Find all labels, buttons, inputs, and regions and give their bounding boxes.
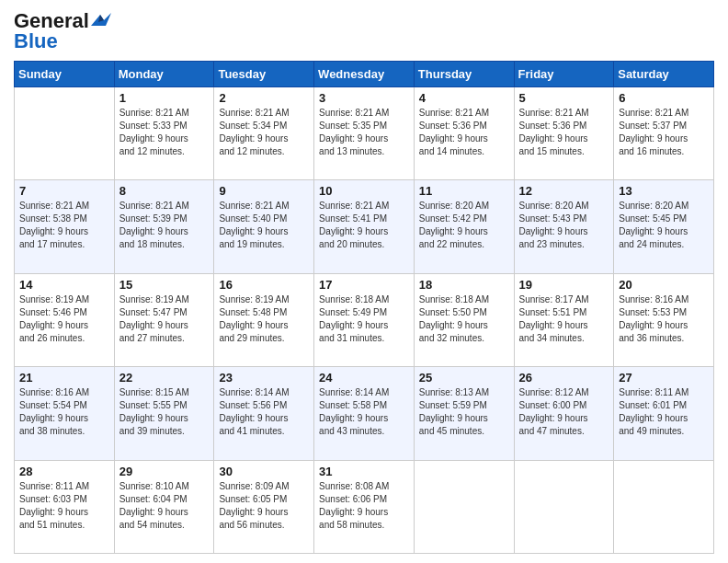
cell-info: Sunrise: 8:14 AMSunset: 5:56 PMDaylight:…	[219, 386, 309, 438]
day-number: 29	[119, 465, 210, 478]
day-number: 26	[519, 371, 609, 385]
cell-info: Sunrise: 8:20 AMSunset: 5:45 PMDaylight:…	[619, 200, 709, 251]
day-number: 25	[419, 371, 509, 385]
calendar-cell: 18Sunrise: 8:18 AMSunset: 5:50 PMDayligh…	[414, 273, 514, 366]
cell-info: Sunrise: 8:21 AMSunset: 5:36 PMDaylight:…	[419, 107, 509, 158]
cell-info: Sunrise: 8:12 AMSunset: 6:00 PMDaylight:…	[519, 386, 609, 438]
day-number: 13	[619, 184, 709, 198]
calendar-cell: 29Sunrise: 8:10 AMSunset: 6:04 PMDayligh…	[114, 460, 214, 553]
logo-blue: Blue	[14, 29, 58, 53]
calendar-table: SundayMondayTuesdayWednesdayThursdayFrid…	[14, 61, 714, 554]
weekday-header-sunday: Sunday	[15, 62, 115, 87]
cell-info: Sunrise: 8:20 AMSunset: 5:43 PMDaylight:…	[519, 200, 609, 251]
cell-info: Sunrise: 8:19 AMSunset: 5:46 PMDaylight:…	[19, 293, 109, 345]
day-number: 21	[19, 371, 109, 385]
calendar-week-row: 14Sunrise: 8:19 AMSunset: 5:46 PMDayligh…	[15, 273, 714, 366]
calendar-cell	[15, 87, 115, 180]
header: General Blue	[14, 9, 714, 53]
calendar-cell: 4Sunrise: 8:21 AMSunset: 5:36 PMDaylight…	[414, 87, 514, 180]
day-number: 30	[219, 465, 309, 478]
weekday-header-monday: Monday	[114, 62, 214, 87]
cell-info: Sunrise: 8:11 AMSunset: 6:03 PMDaylight:…	[19, 480, 109, 532]
calendar-cell: 31Sunrise: 8:08 AMSunset: 6:06 PMDayligh…	[314, 460, 415, 553]
cell-info: Sunrise: 8:16 AMSunset: 5:54 PMDaylight:…	[19, 386, 109, 438]
cell-info: Sunrise: 8:18 AMSunset: 5:49 PMDaylight:…	[319, 293, 409, 345]
calendar-cell: 25Sunrise: 8:13 AMSunset: 5:59 PMDayligh…	[414, 367, 514, 460]
day-number: 2	[219, 91, 309, 105]
day-number: 9	[219, 184, 309, 198]
cell-info: Sunrise: 8:21 AMSunset: 5:41 PMDaylight:…	[319, 200, 409, 251]
calendar-cell: 19Sunrise: 8:17 AMSunset: 5:51 PMDayligh…	[514, 273, 614, 366]
weekday-header-tuesday: Tuesday	[214, 62, 314, 87]
day-number: 16	[219, 278, 309, 292]
calendar-cell: 3Sunrise: 8:21 AMSunset: 5:35 PMDaylight…	[314, 87, 415, 180]
cell-info: Sunrise: 8:15 AMSunset: 5:55 PMDaylight:…	[119, 386, 210, 438]
cell-info: Sunrise: 8:21 AMSunset: 5:35 PMDaylight:…	[319, 107, 409, 158]
day-number: 15	[119, 278, 210, 292]
calendar-cell: 5Sunrise: 8:21 AMSunset: 5:36 PMDaylight…	[514, 87, 614, 180]
day-number: 22	[119, 371, 210, 385]
calendar-week-row: 21Sunrise: 8:16 AMSunset: 5:54 PMDayligh…	[15, 367, 714, 460]
weekday-header-friday: Friday	[514, 62, 614, 87]
calendar-cell: 17Sunrise: 8:18 AMSunset: 5:49 PMDayligh…	[314, 273, 415, 366]
day-number: 1	[119, 91, 210, 105]
calendar-cell: 27Sunrise: 8:11 AMSunset: 6:01 PMDayligh…	[614, 367, 714, 460]
calendar-cell	[614, 460, 714, 553]
cell-info: Sunrise: 8:19 AMSunset: 5:47 PMDaylight:…	[119, 293, 210, 345]
day-number: 5	[519, 91, 609, 105]
cell-info: Sunrise: 8:19 AMSunset: 5:48 PMDaylight:…	[219, 293, 309, 345]
calendar-week-row: 28Sunrise: 8:11 AMSunset: 6:03 PMDayligh…	[15, 460, 714, 553]
calendar-cell: 26Sunrise: 8:12 AMSunset: 6:00 PMDayligh…	[514, 367, 614, 460]
day-number: 24	[319, 371, 409, 385]
logo-bird-icon	[91, 13, 111, 29]
cell-info: Sunrise: 8:21 AMSunset: 5:40 PMDaylight:…	[219, 200, 309, 251]
calendar-cell	[514, 460, 614, 553]
cell-info: Sunrise: 8:21 AMSunset: 5:38 PMDaylight:…	[19, 200, 109, 251]
cell-info: Sunrise: 8:13 AMSunset: 5:59 PMDaylight:…	[419, 386, 509, 438]
cell-info: Sunrise: 8:09 AMSunset: 6:05 PMDaylight:…	[219, 480, 309, 532]
day-number: 23	[219, 371, 309, 385]
calendar-cell	[414, 460, 514, 553]
cell-info: Sunrise: 8:08 AMSunset: 6:06 PMDaylight:…	[319, 480, 409, 532]
day-number: 6	[619, 91, 709, 105]
cell-info: Sunrise: 8:20 AMSunset: 5:42 PMDaylight:…	[419, 200, 509, 251]
day-number: 20	[619, 278, 709, 292]
day-number: 11	[419, 184, 509, 198]
calendar-cell: 2Sunrise: 8:21 AMSunset: 5:34 PMDaylight…	[214, 87, 314, 180]
logo: General Blue	[14, 9, 111, 53]
calendar-cell: 20Sunrise: 8:16 AMSunset: 5:53 PMDayligh…	[614, 273, 714, 366]
page: General Blue SundayMondayTuesdayWednesda…	[0, 0, 728, 563]
calendar-cell: 8Sunrise: 8:21 AMSunset: 5:39 PMDaylight…	[114, 180, 214, 273]
calendar-cell: 13Sunrise: 8:20 AMSunset: 5:45 PMDayligh…	[614, 180, 714, 273]
cell-info: Sunrise: 8:17 AMSunset: 5:51 PMDaylight:…	[519, 293, 609, 345]
calendar-cell: 11Sunrise: 8:20 AMSunset: 5:42 PMDayligh…	[414, 180, 514, 273]
calendar-cell: 23Sunrise: 8:14 AMSunset: 5:56 PMDayligh…	[214, 367, 314, 460]
cell-info: Sunrise: 8:21 AMSunset: 5:34 PMDaylight:…	[219, 107, 309, 158]
day-number: 27	[619, 371, 709, 385]
day-number: 14	[19, 278, 109, 292]
cell-info: Sunrise: 8:16 AMSunset: 5:53 PMDaylight:…	[619, 293, 709, 345]
weekday-header-thursday: Thursday	[414, 62, 514, 87]
calendar-header-row: SundayMondayTuesdayWednesdayThursdayFrid…	[15, 62, 714, 87]
calendar-cell: 7Sunrise: 8:21 AMSunset: 5:38 PMDaylight…	[15, 180, 115, 273]
calendar-cell: 21Sunrise: 8:16 AMSunset: 5:54 PMDayligh…	[15, 367, 115, 460]
day-number: 18	[419, 278, 509, 292]
calendar-cell: 22Sunrise: 8:15 AMSunset: 5:55 PMDayligh…	[114, 367, 214, 460]
day-number: 8	[119, 184, 210, 198]
calendar-cell: 24Sunrise: 8:14 AMSunset: 5:58 PMDayligh…	[314, 367, 415, 460]
cell-info: Sunrise: 8:21 AMSunset: 5:37 PMDaylight:…	[619, 107, 709, 158]
day-number: 19	[519, 278, 609, 292]
weekday-header-wednesday: Wednesday	[314, 62, 415, 87]
weekday-header-saturday: Saturday	[614, 62, 714, 87]
cell-info: Sunrise: 8:18 AMSunset: 5:50 PMDaylight:…	[419, 293, 509, 345]
day-number: 17	[319, 278, 409, 292]
calendar-cell: 15Sunrise: 8:19 AMSunset: 5:47 PMDayligh…	[114, 273, 214, 366]
cell-info: Sunrise: 8:11 AMSunset: 6:01 PMDaylight:…	[619, 386, 709, 438]
calendar-week-row: 1Sunrise: 8:21 AMSunset: 5:33 PMDaylight…	[15, 87, 714, 180]
calendar-cell: 1Sunrise: 8:21 AMSunset: 5:33 PMDaylight…	[114, 87, 214, 180]
calendar-cell: 28Sunrise: 8:11 AMSunset: 6:03 PMDayligh…	[15, 460, 115, 553]
calendar-week-row: 7Sunrise: 8:21 AMSunset: 5:38 PMDaylight…	[15, 180, 714, 273]
day-number: 4	[419, 91, 509, 105]
calendar-cell: 6Sunrise: 8:21 AMSunset: 5:37 PMDaylight…	[614, 87, 714, 180]
cell-info: Sunrise: 8:21 AMSunset: 5:33 PMDaylight:…	[119, 107, 210, 158]
